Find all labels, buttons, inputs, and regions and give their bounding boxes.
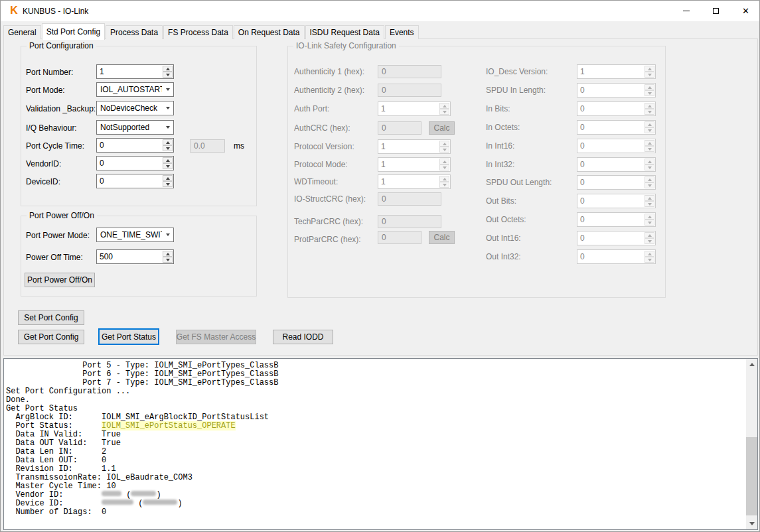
device-id-spinner[interactable]: 0 <box>96 174 174 188</box>
protocol-mode-label: Protocol Mode: <box>294 160 348 169</box>
device-id-paren-open: ( <box>133 499 143 508</box>
set-port-config-button[interactable]: Set Port Config <box>18 310 84 325</box>
tab-on-request-data[interactable]: On Request Data <box>234 25 305 39</box>
authcrc-label: AuthCRC (hex): <box>294 123 350 133</box>
spin-down-icon <box>645 238 654 244</box>
in-octets-label: In Octets: <box>486 123 520 132</box>
get-port-status-button[interactable]: Get Port Status <box>98 328 159 345</box>
spin-down-icon <box>645 201 654 207</box>
spin-down-icon[interactable] <box>163 257 173 263</box>
redacted-device-id-value <box>102 499 133 505</box>
io-structcrc-field: 0 <box>378 192 441 206</box>
spin-down-icon[interactable] <box>163 181 173 187</box>
port-power-mode-select[interactable]: ONE_TIME_SWITCI <box>96 228 174 242</box>
spin-down-icon <box>439 147 449 153</box>
minimize-button[interactable] <box>671 1 701 21</box>
port-configuration-group-title: Port Configuration <box>27 41 96 50</box>
port-power-off-on-button[interactable]: Port Power Off/On <box>25 273 95 287</box>
vendor-id-spinner[interactable]: 0 <box>96 156 174 170</box>
close-button[interactable]: ✕ <box>731 1 760 21</box>
tab-isdu-request-data[interactable]: ISDU Request Data <box>305 25 384 39</box>
spdu-out-length-label: SPDU Out Length: <box>486 178 552 187</box>
out-int32-value: 0 <box>577 250 645 263</box>
vertical-scrollbar[interactable] <box>746 359 757 529</box>
in-bits-value: 0 <box>577 102 645 115</box>
port-status-prefix: Port Status: <box>6 421 102 431</box>
spin-up-icon <box>439 103 449 109</box>
authcrc-field: 0 <box>378 121 421 135</box>
in-octets-spinner: 0 <box>577 120 656 135</box>
spin-down-icon <box>439 182 449 188</box>
power-off-time-spinner[interactable]: 500 <box>96 249 174 264</box>
port-cycle-time-spinner[interactable]: 0 <box>96 138 174 153</box>
port-mode-select[interactable]: IOL_AUTOSTART <box>96 82 174 97</box>
scroll-down-button[interactable] <box>746 518 757 529</box>
spin-up-icon <box>645 159 654 165</box>
out-int32-label: Out Int32: <box>486 252 521 261</box>
in-int16-value: 0 <box>577 139 645 153</box>
authenticity-1-label: Authenticity 1 (hex): <box>294 67 364 76</box>
spin-up-icon <box>439 159 449 165</box>
spin-up-icon[interactable] <box>163 251 173 257</box>
maximize-button[interactable] <box>701 1 731 21</box>
scrollbar-thumb[interactable] <box>746 437 757 515</box>
spin-down-icon[interactable] <box>163 163 173 169</box>
spin-down-icon <box>645 72 654 78</box>
vendor-id-label: VendorID: <box>26 159 61 168</box>
in-int32-value: 0 <box>577 158 645 171</box>
port-cycle-time-label: Port Cycle Time: <box>26 141 84 151</box>
spin-up-icon <box>645 214 654 220</box>
out-int16-spinner: 0 <box>577 231 656 245</box>
spin-up-icon <box>439 141 449 147</box>
scroll-up-button[interactable] <box>746 359 757 370</box>
minimize-icon <box>683 11 690 11</box>
port-number-spinner[interactable]: 1 <box>96 64 174 79</box>
validation-backup-select[interactable]: NoDeviceCheck <box>96 101 174 115</box>
tab-fs-process-data[interactable]: FS Process Data <box>163 25 233 39</box>
spin-down-icon[interactable] <box>163 145 173 151</box>
spin-up-icon[interactable] <box>163 66 173 72</box>
chevron-down-icon <box>162 126 173 129</box>
spdu-in-length-label: SPDU In Length: <box>486 86 546 95</box>
spdu-out-length-value: 0 <box>577 176 645 189</box>
spin-down-icon <box>645 182 654 188</box>
vendor-id-prefix: Vendor ID: <box>6 490 102 499</box>
spin-down-icon <box>645 109 654 115</box>
port-number-value: 1 <box>97 65 163 78</box>
redacted-device-id-name <box>143 499 177 505</box>
spin-up-icon[interactable] <box>163 175 173 181</box>
spin-up-icon[interactable] <box>163 139 173 145</box>
authenticity-2-field: 0 <box>378 84 441 97</box>
redacted-vendor-id-value <box>102 491 121 496</box>
protocol-version-value: 1 <box>378 140 439 153</box>
spin-down-icon[interactable] <box>163 72 173 78</box>
spin-up-icon[interactable] <box>163 157 173 163</box>
out-bits-spinner: 0 <box>577 194 656 208</box>
redacted-vendor-id-name <box>131 491 156 496</box>
scroll-down-icon <box>749 522 755 525</box>
read-iodd-button[interactable]: Read IODD <box>273 330 333 344</box>
console-line: Done. <box>6 396 743 405</box>
in-octets-value: 0 <box>577 121 645 134</box>
device-id-paren-close: ) <box>177 499 182 508</box>
tab-std-port-config[interactable]: Std Port Config <box>42 23 105 40</box>
tab-general[interactable]: General <box>3 25 41 39</box>
out-int16-value: 0 <box>577 232 645 245</box>
tab-process-data[interactable]: Process Data <box>106 25 163 39</box>
vendor-id-value: 0 <box>97 157 163 170</box>
get-port-config-button[interactable]: Get Port Config <box>18 330 84 344</box>
spin-down-icon <box>645 220 654 226</box>
tab-events[interactable]: Events <box>385 25 419 39</box>
power-off-time-label: Power Off Time: <box>26 253 83 262</box>
console-line-vendor-id: Vendor ID: () <box>6 491 743 499</box>
device-id-prefix: Device ID: <box>6 499 102 508</box>
protparcrc-field: 0 <box>378 231 421 244</box>
port-cycle-time-value: 0 <box>97 139 163 152</box>
out-int32-spinner: 0 <box>577 249 656 264</box>
techparcrc-field: 0 <box>378 215 441 228</box>
app-window: K KUNBUS - IO-Link ✕ General Std Port Co… <box>0 0 760 532</box>
port-power-mode-label: Port Power Mode: <box>26 231 90 240</box>
protocol-version-spinner: 1 <box>378 139 451 154</box>
iq-behaviour-select[interactable]: NotSupported <box>96 120 174 135</box>
spdu-out-length-spinner: 0 <box>577 175 656 190</box>
